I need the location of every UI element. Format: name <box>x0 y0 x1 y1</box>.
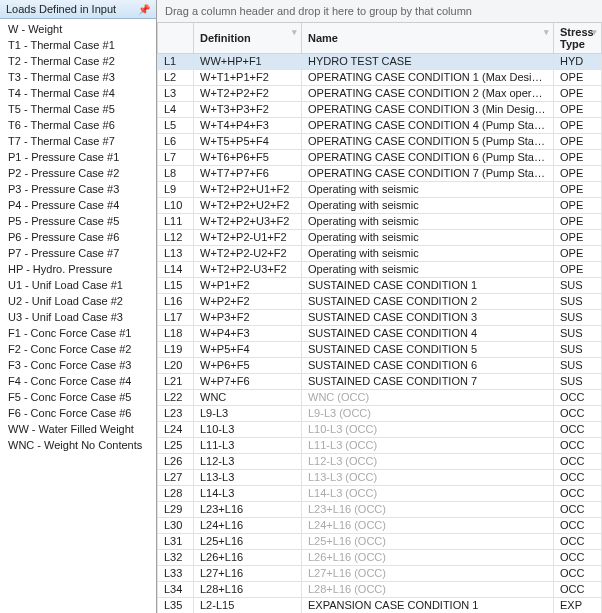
sidebar-item[interactable]: P3 - Pressure Case #3 <box>0 181 156 197</box>
sidebar-item[interactable]: F2 - Conc Force Case #2 <box>0 341 156 357</box>
sidebar-item[interactable]: T2 - Thermal Case #2 <box>0 53 156 69</box>
sidebar-item[interactable]: F3 - Conc Force Case #3 <box>0 357 156 373</box>
table-row[interactable]: L28L14-L3L14-L3 (OCC)OCC <box>158 486 602 502</box>
cell-name[interactable]: L10-L3 (OCC) <box>302 422 554 438</box>
cell-stress-type[interactable]: OPE <box>554 70 602 86</box>
cell-stress-type[interactable]: OCC <box>554 566 602 582</box>
sidebar-item[interactable]: HP - Hydro. Pressure <box>0 261 156 277</box>
cell-name[interactable]: Operating with seismic <box>302 230 554 246</box>
cell-name[interactable]: Operating with seismic <box>302 182 554 198</box>
cell-definition[interactable]: W+T2+P2+U2+F2 <box>194 198 302 214</box>
sidebar-item[interactable]: P1 - Pressure Case #1 <box>0 149 156 165</box>
cell-definition[interactable]: W+P2+F2 <box>194 294 302 310</box>
cell-name[interactable]: L28+L16 (OCC) <box>302 582 554 598</box>
cell-id[interactable]: L2 <box>158 70 194 86</box>
cell-id[interactable]: L9 <box>158 182 194 198</box>
table-row[interactable]: L30L24+L16L24+L16 (OCC)OCC <box>158 518 602 534</box>
cell-name[interactable]: SUSTAINED CASE CONDITION 4 <box>302 326 554 342</box>
cell-definition[interactable]: W+T2+P2+F2 <box>194 86 302 102</box>
cell-id[interactable]: L19 <box>158 342 194 358</box>
cell-id[interactable]: L11 <box>158 214 194 230</box>
cell-stress-type[interactable]: OPE <box>554 262 602 278</box>
cell-id[interactable]: L13 <box>158 246 194 262</box>
cell-stress-type[interactable]: SUS <box>554 326 602 342</box>
cell-id[interactable]: L23 <box>158 406 194 422</box>
cell-stress-type[interactable]: OCC <box>554 534 602 550</box>
cell-stress-type[interactable]: OPE <box>554 166 602 182</box>
table-row[interactable]: L10W+T2+P2+U2+F2Operating with seismicOP… <box>158 198 602 214</box>
table-row[interactable]: L35L2-L15EXPANSION CASE CONDITION 1EXP <box>158 598 602 614</box>
sidebar-item[interactable]: U1 - Unif Load Case #1 <box>0 277 156 293</box>
cell-name[interactable]: L14-L3 (OCC) <box>302 486 554 502</box>
sidebar-item[interactable]: F5 - Conc Force Case #5 <box>0 389 156 405</box>
col-name[interactable]: Name▾ <box>302 23 554 54</box>
cell-definition[interactable]: W+P7+F6 <box>194 374 302 390</box>
group-by-bar[interactable]: Drag a column header and drop it here to… <box>157 0 602 23</box>
cell-stress-type[interactable]: OPE <box>554 246 602 262</box>
table-row[interactable]: L25L11-L3L11-L3 (OCC)OCC <box>158 438 602 454</box>
table-row[interactable]: L3W+T2+P2+F2OPERATING CASE CONDITION 2 (… <box>158 86 602 102</box>
cell-id[interactable]: L10 <box>158 198 194 214</box>
cell-name[interactable]: L23+L16 (OCC) <box>302 502 554 518</box>
table-row[interactable]: L5W+T4+P4+F3OPERATING CASE CONDITION 4 (… <box>158 118 602 134</box>
sidebar-item[interactable]: T5 - Thermal Case #5 <box>0 101 156 117</box>
cell-name[interactable]: L26+L16 (OCC) <box>302 550 554 566</box>
cell-id[interactable]: L31 <box>158 534 194 550</box>
cell-definition[interactable]: L14-L3 <box>194 486 302 502</box>
cell-name[interactable]: WNC (OCC) <box>302 390 554 406</box>
table-row[interactable]: L1WW+HP+F1HYDRO TEST CASEHYD <box>158 54 602 70</box>
cell-name[interactable]: SUSTAINED CASE CONDITION 5 <box>302 342 554 358</box>
cell-name[interactable]: OPERATING CASE CONDITION 7 (Pump Stand B… <box>302 166 554 182</box>
table-row[interactable]: L4W+T3+P3+F2OPERATING CASE CONDITION 3 (… <box>158 102 602 118</box>
cell-definition[interactable]: W+T6+P6+F5 <box>194 150 302 166</box>
cell-definition[interactable]: L25+L16 <box>194 534 302 550</box>
table-row[interactable]: L13W+T2+P2-U2+F2Operating with seismicOP… <box>158 246 602 262</box>
cell-definition[interactable]: W+T2+P2+U3+F2 <box>194 214 302 230</box>
cell-stress-type[interactable]: OPE <box>554 86 602 102</box>
table-row[interactable]: L33L27+L16L27+L16 (OCC)OCC <box>158 566 602 582</box>
cell-id[interactable]: L4 <box>158 102 194 118</box>
cell-stress-type[interactable]: OCC <box>554 518 602 534</box>
filter-icon[interactable]: ▾ <box>592 27 597 37</box>
sidebar-item[interactable]: P2 - Pressure Case #2 <box>0 165 156 181</box>
cell-stress-type[interactable]: HYD <box>554 54 602 70</box>
sidebar-item[interactable]: WNC - Weight No Contents <box>0 437 156 453</box>
cell-id[interactable]: L18 <box>158 326 194 342</box>
cell-stress-type[interactable]: SUS <box>554 278 602 294</box>
table-row[interactable]: L15W+P1+F2SUSTAINED CASE CONDITION 1SUS <box>158 278 602 294</box>
table-row[interactable]: L34L28+L16L28+L16 (OCC)OCC <box>158 582 602 598</box>
table-row[interactable]: L14W+T2+P2-U3+F2Operating with seismicOP… <box>158 262 602 278</box>
cell-id[interactable]: L35 <box>158 598 194 614</box>
cell-definition[interactable]: L10-L3 <box>194 422 302 438</box>
table-row[interactable]: L27L13-L3L13-L3 (OCC)OCC <box>158 470 602 486</box>
table-row[interactable]: L18W+P4+F3SUSTAINED CASE CONDITION 4SUS <box>158 326 602 342</box>
cell-name[interactable]: L25+L16 (OCC) <box>302 534 554 550</box>
cell-definition[interactable]: W+T3+P3+F2 <box>194 102 302 118</box>
cell-id[interactable]: L34 <box>158 582 194 598</box>
cell-stress-type[interactable]: OCC <box>554 406 602 422</box>
cell-id[interactable]: L30 <box>158 518 194 534</box>
cell-id[interactable]: L26 <box>158 454 194 470</box>
cell-name[interactable]: SUSTAINED CASE CONDITION 6 <box>302 358 554 374</box>
cell-id[interactable]: L29 <box>158 502 194 518</box>
table-row[interactable]: L9W+T2+P2+U1+F2Operating with seismicOPE <box>158 182 602 198</box>
pin-icon[interactable]: 📌 <box>138 4 150 15</box>
cell-definition[interactable]: L9-L3 <box>194 406 302 422</box>
col-id[interactable] <box>158 23 194 54</box>
cell-id[interactable]: L32 <box>158 550 194 566</box>
sidebar-item[interactable]: T4 - Thermal Case #4 <box>0 85 156 101</box>
cell-id[interactable]: L25 <box>158 438 194 454</box>
filter-icon[interactable]: ▾ <box>292 27 297 37</box>
cell-id[interactable]: L12 <box>158 230 194 246</box>
cell-definition[interactable]: W+P5+F4 <box>194 342 302 358</box>
sidebar-item[interactable]: T6 - Thermal Case #6 <box>0 117 156 133</box>
cell-id[interactable]: L14 <box>158 262 194 278</box>
table-row[interactable]: L20W+P6+F5SUSTAINED CASE CONDITION 6SUS <box>158 358 602 374</box>
cell-definition[interactable]: W+T2+P2-U3+F2 <box>194 262 302 278</box>
cell-definition[interactable]: W+T1+P1+F2 <box>194 70 302 86</box>
table-row[interactable]: L12W+T2+P2-U1+F2Operating with seismicOP… <box>158 230 602 246</box>
cell-stress-type[interactable]: OPE <box>554 102 602 118</box>
table-row[interactable]: L2W+T1+P1+F2OPERATING CASE CONDITION 1 (… <box>158 70 602 86</box>
table-row[interactable]: L11W+T2+P2+U3+F2Operating with seismicOP… <box>158 214 602 230</box>
cell-definition[interactable]: L27+L16 <box>194 566 302 582</box>
